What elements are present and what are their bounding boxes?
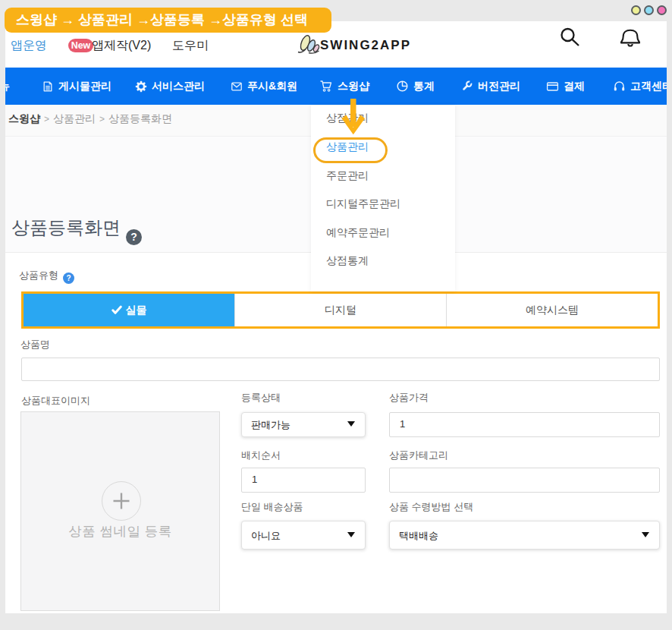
svg-text:SWING2APP: SWING2APP: [320, 38, 411, 52]
